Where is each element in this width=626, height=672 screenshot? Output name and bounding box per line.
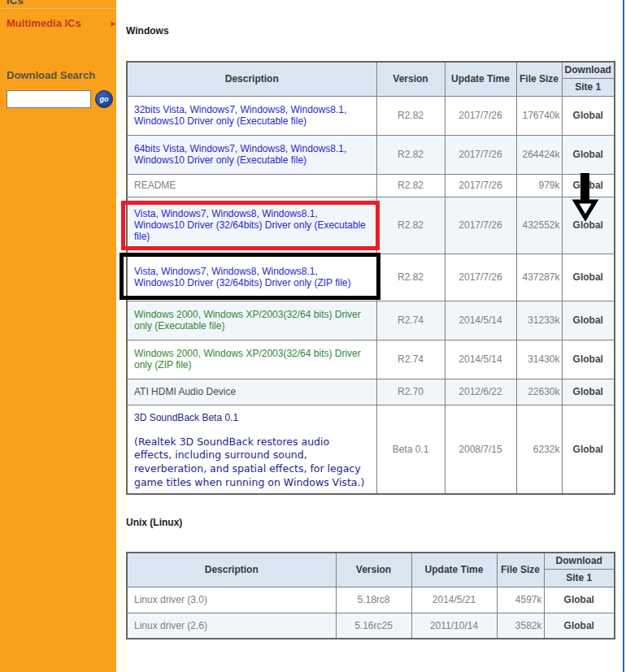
driver-link-64bits-vista[interactable]: 64bits Vista, Windows7, Windows8, Window… xyxy=(134,143,346,166)
version-cell: R2.82 xyxy=(376,135,445,174)
table-row: 64bits Vista, Windows7, Windows8, Window… xyxy=(127,135,615,174)
linux-driver-30-label: Linux driver (3.0) xyxy=(134,594,207,605)
soundback-title-link[interactable]: 3D SoundBack Beta 0.1 xyxy=(134,410,370,423)
global-download-link[interactable]: Global xyxy=(573,149,603,160)
table-row: Windows 2000, Windows XP/2003(32/64 bits… xyxy=(127,340,615,379)
file-size-cell: 31233k xyxy=(516,301,562,340)
sidebar-item-ics[interactable]: ICs xyxy=(7,0,24,7)
windows-section-heading: Windows xyxy=(126,25,169,37)
version-cell: R2.82 xyxy=(376,174,445,197)
update-time-cell: 2017/7/26 xyxy=(445,174,516,197)
file-size-cell: 31430k xyxy=(516,340,562,379)
update-time-cell: 2014/5/14 xyxy=(445,340,516,379)
col-header-update-time: Update Time xyxy=(445,62,516,96)
table-row: Linux driver (2.6) 5.16rc25 2011/10/14 3… xyxy=(127,613,615,639)
sidebar-divider xyxy=(0,8,116,9)
global-download-link[interactable]: Global xyxy=(573,180,603,191)
update-time-cell: 2017/7/26 xyxy=(445,96,516,135)
version-cell: R2.70 xyxy=(376,379,445,405)
col-header-download: Download xyxy=(562,62,615,78)
page-right-border xyxy=(623,0,624,672)
table-row: Windows 2000, Windows XP/2003(32/64 bits… xyxy=(127,301,615,340)
driver-link-32bits-vista[interactable]: 32bits Vista, Windows7, Windows8, Window… xyxy=(134,104,346,127)
file-size-cell: 176740k xyxy=(516,96,562,135)
global-download-link[interactable]: Global xyxy=(573,219,603,231)
sidebar-item-multimedia-ics[interactable]: Multimedia ICs xyxy=(7,17,81,29)
col-header-version: Version xyxy=(336,553,411,587)
file-size-cell: 6232k xyxy=(516,405,562,494)
update-time-cell: 2017/7/26 xyxy=(445,197,516,254)
col-header-site1: Site 1 xyxy=(562,78,615,96)
update-time-cell: 2017/7/26 xyxy=(445,135,516,174)
table-row: README R2.82 2017/7/26 979k Global xyxy=(127,174,615,197)
global-download-link[interactable]: Global xyxy=(573,353,603,365)
global-download-link[interactable]: Global xyxy=(573,110,603,121)
submenu-arrow-icon: ► xyxy=(110,20,116,28)
go-button[interactable]: go xyxy=(95,90,113,108)
table-row: 32bits Vista, Windows7, Windows8, Window… xyxy=(127,96,615,135)
update-time-cell: 2014/5/14 xyxy=(445,301,516,340)
version-cell: 5.16rc25 xyxy=(336,613,411,639)
table-row-highlighted-black: Vista, Windows7, Windows8, Windows8.1, W… xyxy=(127,254,615,301)
version-cell: R2.82 xyxy=(376,254,445,301)
col-header-description: Description xyxy=(127,62,376,96)
file-size-cell: 437287k xyxy=(516,254,562,301)
file-size-cell: 432552k xyxy=(516,197,562,254)
sidebar: ICs Multimedia ICs ► Download Search go xyxy=(0,0,116,672)
linux-driver-26-label: Linux driver (2.6) xyxy=(134,620,207,631)
table-row: ATI HDMI Audio Device R2.70 2012/6/22 22… xyxy=(127,379,615,405)
global-download-link[interactable]: Global xyxy=(573,444,603,455)
download-search-heading: Download Search xyxy=(7,69,95,81)
unix-section-heading: Unix (Linux) xyxy=(126,517,182,528)
version-cell: R2.82 xyxy=(376,96,445,135)
file-size-cell: 22630k xyxy=(516,379,562,405)
file-size-cell: 979k xyxy=(516,174,562,197)
col-header-download: Download xyxy=(544,553,615,569)
update-time-cell: 2011/10/14 xyxy=(411,613,497,639)
col-header-site1: Site 1 xyxy=(544,569,615,587)
go-button-label: go xyxy=(100,95,109,103)
unix-drivers-table: Description Version Update Time File Siz… xyxy=(126,552,615,639)
version-cell: R2.74 xyxy=(376,301,445,340)
file-size-cell: 3582k xyxy=(497,613,544,639)
page: ICs Multimedia ICs ► Download Search go … xyxy=(0,0,626,672)
file-size-cell: 264424k xyxy=(516,135,562,174)
col-header-file-size: File Size xyxy=(497,553,544,587)
soundback-description-note: (Realtek 3D SoundBack restores audio eff… xyxy=(134,436,370,491)
driver-link-vista-3264-zip[interactable]: Vista, Windows7, Windows8, Windows8.1, W… xyxy=(134,266,351,288)
driver-link-win2000-xp-zip[interactable]: Windows 2000, Windows XP/2003(32/64 bits… xyxy=(134,348,361,371)
ati-hdmi-label: ATI HDMI Audio Device xyxy=(134,386,236,397)
version-cell: Beta 0.1 xyxy=(376,405,445,494)
global-download-link[interactable]: Global xyxy=(564,594,594,605)
download-search-input[interactable] xyxy=(7,90,91,108)
readme-label: README xyxy=(134,180,176,191)
update-time-cell: 2017/7/26 xyxy=(445,254,516,301)
table-row: Linux driver (3.0) 5.18rc8 2014/5/21 459… xyxy=(127,587,615,613)
version-cell: 5.18rc8 xyxy=(336,587,411,613)
global-download-link[interactable]: Global xyxy=(573,271,603,283)
update-time-cell: 2008/7/15 xyxy=(445,405,516,494)
global-download-link[interactable]: Global xyxy=(564,620,594,631)
driver-link-vista-3264-exe[interactable]: Vista, Windows7, Windows8, Windows8.1, W… xyxy=(134,208,366,242)
update-time-cell: 2014/5/21 xyxy=(411,587,497,613)
version-cell: R2.82 xyxy=(376,197,445,254)
table-row: 3D SoundBack Beta 0.1 (Realtek 3D SoundB… xyxy=(127,405,615,494)
col-header-update-time: Update Time xyxy=(411,553,497,587)
col-header-file-size: File Size xyxy=(516,62,562,96)
global-download-link[interactable]: Global xyxy=(573,314,603,326)
global-download-link[interactable]: Global xyxy=(573,386,603,397)
update-time-cell: 2012/6/22 xyxy=(445,379,516,405)
col-header-version: Version xyxy=(376,62,445,96)
version-cell: R2.74 xyxy=(376,340,445,379)
col-header-description: Description xyxy=(127,553,336,587)
file-size-cell: 4597k xyxy=(497,587,544,613)
windows-drivers-table: Description Version Update Time File Siz… xyxy=(126,61,615,495)
driver-link-win2000-xp-exe[interactable]: Windows 2000, Windows XP/2003(32/64 bits… xyxy=(134,309,361,332)
table-row-highlighted-red: Vista, Windows7, Windows8, Windows8.1, W… xyxy=(127,197,615,254)
